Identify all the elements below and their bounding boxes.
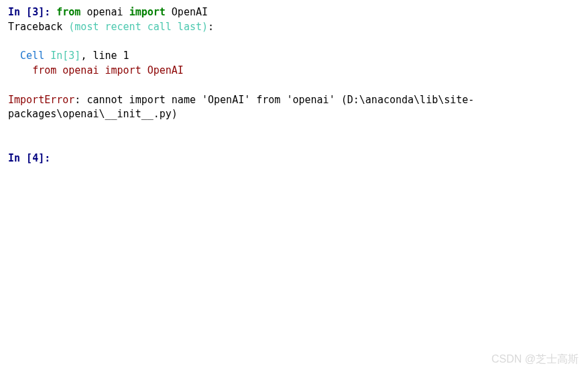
module-openai: openai: [86, 6, 123, 18]
cell-word: Cell: [20, 50, 50, 62]
traceback-code-line: from openai import OpenAI: [8, 64, 580, 78]
traceback-cell-ref: Cell In[3], line 1: [8, 49, 580, 64]
traceback-colon: :: [208, 21, 214, 33]
cell-line-num: , line 1: [80, 50, 129, 62]
keyword-import: import: [129, 6, 166, 18]
prompt-in-3-num: 3: [32, 6, 38, 18]
prompt-in-4-suffix: ]:: [38, 152, 56, 164]
error-name: ImportError: [8, 94, 74, 106]
blank-line: [8, 35, 580, 50]
input-cell-3: In [3]: from openai import OpenAI: [8, 5, 580, 20]
input-cell-4[interactable]: In [4]:: [8, 151, 580, 166]
prompt-in-3-suffix: ]:: [38, 6, 56, 18]
class-openai: OpenAI: [172, 6, 208, 18]
prompt-in-3-prefix: In [: [8, 6, 32, 18]
traceback-header: Traceback (most recent call last):: [8, 20, 580, 35]
space: [166, 6, 172, 18]
space: [123, 6, 129, 18]
prompt-in-4-num: 4: [32, 152, 38, 164]
traceback-label: Traceback: [8, 21, 68, 33]
blank-line: [8, 78, 580, 93]
blank-line: [8, 122, 580, 137]
watermark: CSDN @芝士高斯: [491, 351, 579, 367]
error-colon: :: [74, 94, 86, 106]
error-line: ImportError: cannot import name 'OpenAI'…: [8, 93, 580, 123]
traceback-recent: (most recent call last): [68, 21, 208, 33]
blank-line: [8, 137, 580, 151]
prompt-in-4-prefix: In [: [8, 152, 32, 164]
cell-in-ref: In[3]: [50, 50, 80, 62]
keyword-from: from: [56, 6, 80, 18]
